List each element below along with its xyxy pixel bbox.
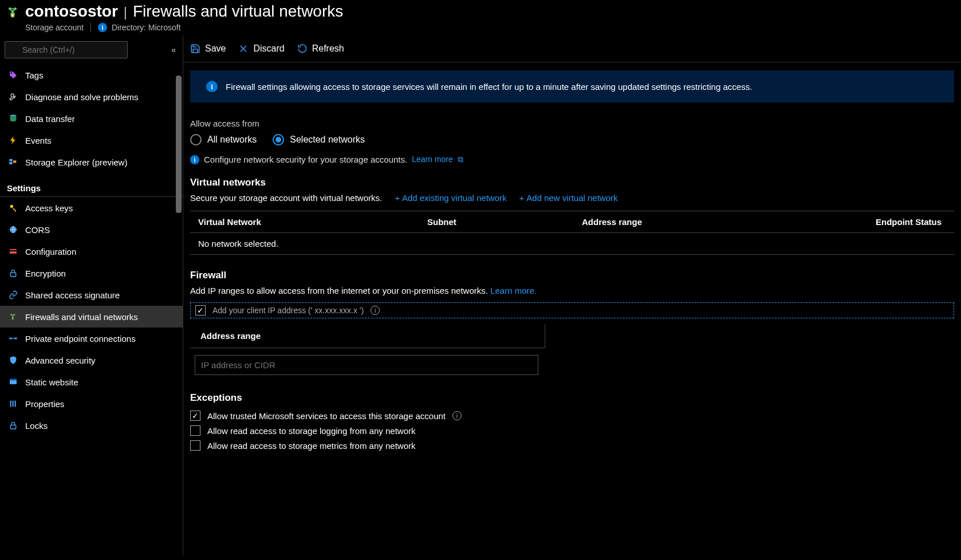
sidebar-item-label: CORS xyxy=(25,225,50,235)
sidebar-item-firewalls[interactable]: Firewalls and virtual networks xyxy=(0,306,183,328)
vnet-table: Virtual Network Subnet Address range End… xyxy=(190,211,954,255)
add-existing-vnet-button[interactable]: + Add existing virtual network xyxy=(395,193,506,203)
title-separator: | xyxy=(118,4,133,20)
wrench-icon xyxy=(8,92,18,102)
website-icon xyxy=(8,377,18,387)
add-new-vnet-button[interactable]: + Add new virtual network xyxy=(519,193,618,203)
col-header-addr: Address range xyxy=(582,217,736,227)
search-input[interactable] xyxy=(5,41,128,58)
radio-selected-networks[interactable]: Selected networks xyxy=(273,134,365,145)
collapse-sidebar-button[interactable]: « xyxy=(169,43,178,57)
exception-label: Allow read access to storage logging fro… xyxy=(207,426,416,436)
cylinder-icon xyxy=(8,113,18,124)
radio-all-label: All networks xyxy=(207,135,257,145)
lock-icon xyxy=(8,268,18,278)
properties-icon xyxy=(8,399,18,409)
sidebar-item-encryption[interactable]: Encryption xyxy=(0,262,183,284)
sidebar-item-access-keys[interactable]: Access keys xyxy=(0,197,183,219)
exception-checkbox[interactable] xyxy=(190,440,200,451)
padlock-icon xyxy=(8,420,18,431)
address-range-table: Address range xyxy=(190,324,545,375)
info-outline-icon[interactable]: i xyxy=(371,306,380,315)
sidebar-item-label: Tags xyxy=(25,70,44,80)
save-button[interactable]: Save xyxy=(190,44,226,54)
scrollbar[interactable] xyxy=(176,76,182,213)
exception-label: Allow trusted Microsoft services to acce… xyxy=(207,411,446,421)
info-outline-icon[interactable]: i xyxy=(452,411,462,420)
sidebar-item-advsec[interactable]: Advanced security xyxy=(0,349,183,371)
address-range-input[interactable] xyxy=(195,355,538,375)
client-ip-label: Add your client IP address (' xx.xxx.xxx… xyxy=(212,306,364,315)
info-icon[interactable]: i xyxy=(98,23,107,32)
sidebar-item-label: Data transfer xyxy=(25,114,75,124)
firewall-learn-more-link[interactable]: Learn more. xyxy=(490,286,537,295)
endpoint-icon xyxy=(8,333,18,344)
radio-off-icon xyxy=(190,134,202,145)
sidebar-item-label: Properties xyxy=(25,399,64,409)
info-banner-text: Firewall settings allowing access to sto… xyxy=(226,82,752,92)
radio-all-networks[interactable]: All networks xyxy=(190,134,257,145)
sidebar-item-static-website[interactable]: Static website xyxy=(0,371,183,393)
addr-col-header: Address range xyxy=(190,324,545,348)
svg-rect-8 xyxy=(9,159,12,161)
sidebar-item-diagnose[interactable]: Diagnose and solve problems xyxy=(0,86,183,108)
add-new-label: Add new virtual network xyxy=(526,193,617,203)
exception-checkbox[interactable] xyxy=(190,411,200,421)
page-title: Firewalls and virtual networks xyxy=(133,2,343,21)
sidebar-item-cors[interactable]: CORS xyxy=(0,219,183,240)
client-ip-checkbox[interactable] xyxy=(195,305,206,316)
sidebar-item-label: Encryption xyxy=(25,269,66,278)
globe-icon xyxy=(8,224,18,235)
resource-type: Storage account xyxy=(25,23,84,32)
configure-text: Configure network security for your stor… xyxy=(204,155,407,164)
resource-name: contosostor xyxy=(25,2,118,21)
page-header: contosostor | Firewalls and virtual netw… xyxy=(0,0,961,36)
sidebar-item-label: Events xyxy=(25,136,52,145)
sidebar-item-label: Static website xyxy=(25,377,78,387)
refresh-label: Refresh xyxy=(312,44,344,54)
discard-label: Discard xyxy=(253,44,284,54)
learn-more-link[interactable]: Learn more ⧉ xyxy=(412,155,463,164)
col-header-subnet: Subnet xyxy=(427,217,582,227)
svg-point-6 xyxy=(10,72,12,74)
sidebar: « TagsDiagnose and solve problemsData tr… xyxy=(0,36,183,555)
sidebar-item-tags[interactable]: Tags xyxy=(0,64,183,86)
svg-rect-3 xyxy=(12,14,13,17)
svg-rect-14 xyxy=(10,250,17,251)
exception-checkbox[interactable] xyxy=(190,425,200,436)
sidebar-item-configuration[interactable]: Configuration xyxy=(0,240,183,262)
sidebar-item-locks[interactable]: Locks xyxy=(0,415,183,436)
refresh-icon xyxy=(297,44,308,54)
radio-selected-label: Selected networks xyxy=(290,135,365,145)
vnet-desc: Secure your storage account with virtual… xyxy=(190,193,382,203)
sidebar-item-data-transfer[interactable]: Data transfer xyxy=(0,108,183,129)
external-link-icon: ⧉ xyxy=(455,155,463,164)
exception-row: Allow read access to storage metrics fro… xyxy=(190,438,954,453)
sidebar-item-properties[interactable]: Properties xyxy=(0,393,183,415)
sidebar-item-sas[interactable]: Shared access signature xyxy=(0,284,183,306)
sidebar-item-label: Storage Explorer (preview) xyxy=(25,157,127,167)
exception-row: Allow read access to storage logging fro… xyxy=(190,423,954,438)
save-label: Save xyxy=(205,44,226,54)
key-icon xyxy=(8,203,18,213)
svg-rect-26 xyxy=(10,425,15,429)
sidebar-item-events[interactable]: Events xyxy=(0,129,183,151)
svg-rect-24 xyxy=(13,401,14,407)
sidebar-item-storage-explorer[interactable]: Storage Explorer (preview) xyxy=(0,151,183,173)
refresh-button[interactable]: Refresh xyxy=(297,44,344,54)
sidebar-item-label: Diagnose and solve problems xyxy=(25,92,139,102)
exception-row: Allow trusted Microsoft services to acce… xyxy=(190,408,954,423)
main-content: Save Discard Refresh i Firewall settings… xyxy=(183,36,961,555)
client-ip-row[interactable]: Add your client IP address (' xx.xxx.xxx… xyxy=(190,302,954,318)
sidebar-item-pec[interactable]: Private endpoint connections xyxy=(0,328,183,349)
svg-point-11 xyxy=(10,205,13,208)
info-banner: i Firewall settings allowing access to s… xyxy=(190,70,954,102)
svg-rect-22 xyxy=(10,379,17,381)
svg-rect-15 xyxy=(10,273,15,277)
sidebar-item-label: Locks xyxy=(25,421,48,431)
info-icon: i xyxy=(190,155,199,164)
sidebar-item-label: Advanced security xyxy=(25,356,96,365)
firewall-heading: Firewall xyxy=(190,270,954,281)
discard-button[interactable]: Discard xyxy=(238,44,284,54)
sidebar-item-label: Private endpoint connections xyxy=(25,334,136,344)
